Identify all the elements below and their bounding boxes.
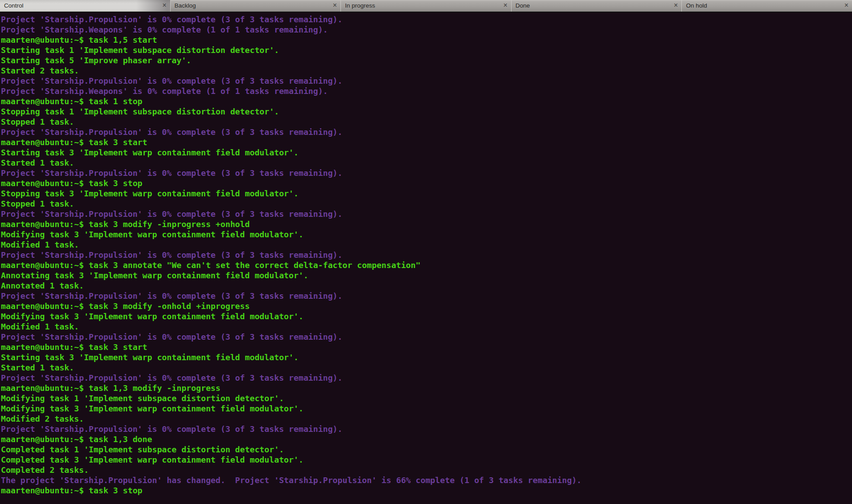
tab-bar: Control×Backlog×In progress×Done×On hold… (0, 0, 852, 12)
terminal-line: Modifying task 1 'Implement subspace dis… (1, 393, 852, 403)
terminal-line: Modified 2 tasks. (1, 414, 852, 424)
tab-label: Control (4, 0, 24, 11)
terminal-line: Project 'Starship.Propulsion' is 0% comp… (1, 168, 852, 178)
terminal-line: Project 'Starship.Weapons' is 0% complet… (1, 86, 852, 96)
terminal-line: maarten@ubuntu:~$ task 3 stop (1, 485, 852, 496)
tab-in-progress[interactable]: In progress× (340, 0, 511, 12)
terminal-line: Stopping task 3 'Implement warp containm… (1, 188, 852, 199)
terminal-line: Modifying task 3 'Implement warp contain… (1, 403, 852, 414)
tab-close-icon[interactable]: × (162, 0, 166, 11)
terminal-line: Completed task 1 'Implement subspace dis… (1, 444, 852, 455)
terminal-output[interactable]: Project 'Starship.Propulsion' is 0% comp… (0, 12, 852, 504)
tab-close-icon[interactable]: × (503, 0, 507, 11)
tab-on-hold[interactable]: On hold× (681, 0, 852, 12)
terminal-line: Starting task 3 'Implement warp containm… (1, 352, 852, 362)
terminal-line: Annotating task 3 'Implement warp contai… (1, 270, 852, 280)
terminal-line: Modified 1 task. (1, 321, 852, 332)
terminal-line: maarten@ubuntu:~$ task 3 stop (1, 178, 852, 188)
tab-label: Backlog (175, 0, 196, 11)
tab-label: On hold (686, 0, 707, 11)
terminal-line: Project 'Starship.Propulsion' is 0% comp… (1, 291, 852, 301)
terminal-line: The project 'Starship.Propulsion' has ch… (1, 475, 852, 485)
terminal-line: maarten@ubuntu:~$ task 3 annotate "We ca… (1, 260, 852, 270)
terminal-line: maarten@ubuntu:~$ task 3 modify -onhold … (1, 301, 852, 311)
terminal-line: Completed task 3 'Implement warp contain… (1, 455, 852, 465)
terminal-line: Project 'Starship.Propulsion' is 0% comp… (1, 209, 852, 219)
terminal-line: Starting task 5 'Improve phaser array'. (1, 55, 852, 65)
terminal-line: Started 2 tasks. (1, 65, 852, 76)
terminal-line: Starting task 1 'Implement subspace dist… (1, 45, 852, 55)
terminal-line: Stopped 1 task. (1, 199, 852, 209)
terminal-line: Project 'Starship.Propulsion' is 0% comp… (1, 76, 852, 86)
tab-control[interactable]: Control× (0, 0, 170, 12)
terminal-line: Modifying task 3 'Implement warp contain… (1, 311, 852, 321)
terminal-line: Annotated 1 task. (1, 280, 852, 291)
terminal-line: maarten@ubuntu:~$ task 1,5 start (1, 35, 852, 45)
terminal-line: Stopping task 1 'Implement subspace dist… (1, 106, 852, 117)
tab-label: In progress (345, 0, 375, 11)
terminal-line: Stopped 1 task. (1, 117, 852, 127)
terminal-line: Starting task 3 'Implement warp containm… (1, 147, 852, 158)
tab-close-icon[interactable]: × (333, 0, 337, 11)
terminal-line: Started 1 task. (1, 158, 852, 168)
terminal-line: Project 'Starship.Propulsion' is 0% comp… (1, 127, 852, 137)
terminal-line: Modified 1 task. (1, 240, 852, 250)
terminal-line: Project 'Starship.Propulsion' is 0% comp… (1, 332, 852, 342)
terminal-line: maarten@ubuntu:~$ task 3 modify -inprogr… (1, 219, 852, 229)
tab-close-icon[interactable]: × (674, 0, 678, 11)
tab-done[interactable]: Done× (511, 0, 682, 12)
tab-label: Done (516, 0, 530, 11)
terminal-line: Modifying task 3 'Implement warp contain… (1, 229, 852, 240)
tab-close-icon[interactable]: × (844, 0, 848, 11)
terminal-line: Started 1 task. (1, 362, 852, 373)
terminal-line: Project 'Starship.Propulsion' is 0% comp… (1, 250, 852, 260)
terminal-line: maarten@ubuntu:~$ task 1 stop (1, 96, 852, 106)
terminal-line: maarten@ubuntu:~$ task 3 start (1, 342, 852, 352)
terminal-line: maarten@ubuntu:~$ task 1,3 modify -inpro… (1, 383, 852, 393)
terminal-line: Project 'Starship.Propulsion' is 0% comp… (1, 373, 852, 383)
terminal-line: maarten@ubuntu:~$ task 1,3 done (1, 434, 852, 444)
terminal-line: Project 'Starship.Propulsion' is 0% comp… (1, 424, 852, 434)
terminal-line: Project 'Starship.Propulsion' is 0% comp… (1, 14, 852, 24)
terminal-line: Completed 2 tasks. (1, 465, 852, 475)
tab-backlog[interactable]: Backlog× (170, 0, 341, 12)
terminal-line: maarten@ubuntu:~$ task 3 start (1, 137, 852, 147)
terminal-line: Project 'Starship.Weapons' is 0% complet… (1, 24, 852, 35)
